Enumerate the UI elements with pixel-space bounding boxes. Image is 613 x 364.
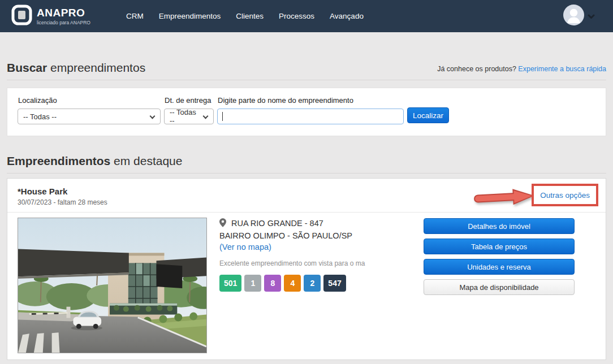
user-avatar (563, 5, 584, 28)
delivery-date-label: Dt. de entrega (165, 96, 214, 105)
user-menu-button[interactable] (563, 5, 595, 28)
brand[interactable]: ANAPRO licenciado para ANAPRO (11, 5, 90, 28)
other-options-link[interactable]: Outras opções (540, 191, 590, 200)
menu-item-crm[interactable]: CRM (126, 12, 144, 20)
localizar-button[interactable]: Localizar (407, 107, 449, 123)
property-info: RUA RIO GRANDE - 847 BAIRRO OLIMPO - SÃO… (219, 218, 412, 353)
brand-subtitle: licenciado para ANAPRO (37, 20, 90, 25)
property-card-header: *House Park 30/07/2023 - faltam 28 meses… (7, 179, 606, 213)
property-actions: Detalhes do imóvelTabela de preçosUnidad… (424, 218, 575, 353)
section-divider (7, 173, 606, 174)
quick-search-hint: Já conhece os produtos? Experimente a bu… (437, 65, 606, 75)
featured-section-title: Empreendimentos em destaque (7, 154, 182, 168)
select-caret-icon (150, 114, 156, 119)
detalhes-do-imovel-button[interactable]: Detalhes do imóvel (424, 218, 575, 234)
quick-search-link[interactable]: Experimente a busca rápida (518, 65, 606, 73)
search-section-title: Buscar empreendimentos (7, 60, 145, 75)
delivery-date-select[interactable]: -- Todas -- (164, 109, 214, 124)
property-description: Excelente empreendimento com vista para … (219, 259, 412, 267)
menu-item-empreendimentos[interactable]: Empreendimentos (159, 12, 221, 20)
property-card: *House Park 30/07/2023 - faltam 28 meses… (7, 178, 606, 360)
view-on-map-link[interactable]: (Ver no mapa) (219, 241, 271, 253)
search-panel: Localização -- Todas -- Dt. de entrega -… (7, 88, 606, 136)
unidades-e-reserva-button[interactable]: Unidades e reserva (424, 259, 575, 275)
annotation-arrow-icon (473, 189, 537, 206)
name-search-input[interactable] (217, 109, 404, 124)
tabela-de-precos-button[interactable]: Tabela de preços (424, 239, 575, 254)
menu-item-avancado[interactable]: Avançado (330, 12, 364, 20)
select-caret-icon (203, 114, 209, 119)
unit-count-badge: 8 (264, 275, 281, 292)
location-select[interactable]: -- Todas -- (18, 109, 161, 124)
name-search-label: Digite parte do nome do empreendimento (218, 96, 404, 105)
annotation-highlight-box: Outras opções (532, 184, 598, 206)
mapa-de-disponibilidade-button[interactable]: Mapa de disponibilidade (424, 279, 575, 295)
unit-count-badge: 547 (323, 275, 346, 292)
text-cursor (222, 112, 223, 121)
address-line-1: RUA RIO GRANDE - 847 (219, 218, 412, 230)
location-label: Localização (18, 96, 161, 105)
menu-item-processos[interactable]: Processos (279, 12, 314, 20)
unit-count-badge: 2 (304, 275, 321, 292)
unit-count-badge: 501 (219, 275, 241, 292)
main-menu: CRMEmpreendimentosClientesProcessosAvanç… (126, 12, 364, 20)
section-divider (7, 80, 606, 80)
unit-status-badges: 5011842547 (219, 275, 412, 292)
address-line-2: BAIRRO OLIMPO - SÃO PAULO/SP (219, 230, 412, 241)
unit-count-badge: 4 (284, 275, 301, 292)
chevron-down-icon (588, 11, 595, 21)
menu-item-clientes[interactable]: Clientes (236, 12, 264, 20)
map-pin-icon (219, 220, 228, 229)
top-navbar: ANAPRO licenciado para ANAPRO CRMEmpreen… (0, 0, 613, 32)
property-image[interactable] (18, 218, 207, 353)
unit-count-badge: 1 (244, 275, 261, 292)
anapro-logo-icon (11, 5, 32, 28)
brand-name: ANAPRO (37, 7, 90, 18)
